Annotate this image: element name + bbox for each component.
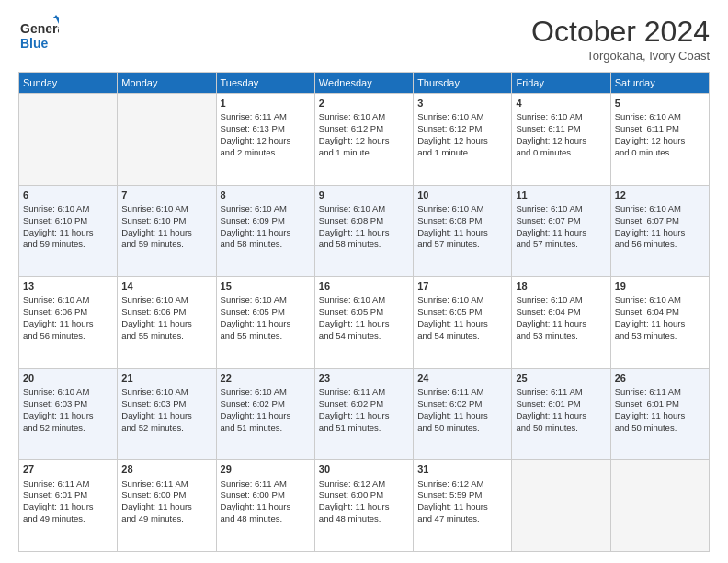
day-number: 25 [516,372,606,385]
day-info: Sunrise: 6:10 AMSunset: 6:03 PMDaylight:… [121,386,211,433]
day-number: 23 [319,372,409,385]
calendar-table: Sunday Monday Tuesday Wednesday Thursday… [18,72,710,552]
calendar-cell: 23Sunrise: 6:11 AMSunset: 6:02 PMDayligh… [314,368,413,460]
day-number: 30 [319,463,409,476]
page: General Blue October 2024 Torgokaha, Ivo… [0,0,728,563]
day-info: Sunrise: 6:10 AMSunset: 6:10 PMDaylight:… [23,203,113,250]
day-number: 26 [615,372,705,385]
calendar-cell: 1Sunrise: 6:11 AMSunset: 6:13 PMDaylight… [216,94,314,186]
calendar-cell: 17Sunrise: 6:10 AMSunset: 6:05 PMDayligh… [414,277,512,369]
day-number: 14 [121,280,211,293]
day-number: 2 [319,97,409,109]
calendar-cell: 21Sunrise: 6:10 AMSunset: 6:03 PMDayligh… [118,368,216,460]
calendar-cell: 18Sunrise: 6:10 AMSunset: 6:04 PMDayligh… [512,277,610,369]
calendar-cell: 22Sunrise: 6:10 AMSunset: 6:02 PMDayligh… [216,368,314,460]
day-number: 5 [615,97,705,109]
day-number: 10 [417,189,507,201]
day-info: Sunrise: 6:11 AMSunset: 6:01 PMDaylight:… [516,386,606,433]
day-number: 6 [23,189,113,201]
day-number: 15 [221,280,311,293]
header-friday: Friday [512,73,610,94]
day-info: Sunrise: 6:10 AMSunset: 6:10 PMDaylight:… [121,203,211,250]
calendar-cell: 30Sunrise: 6:12 AMSunset: 6:00 PMDayligh… [314,460,413,552]
day-number: 22 [221,372,311,385]
svg-text:Blue: Blue [20,36,49,51]
calendar-week-4: 27Sunrise: 6:11 AMSunset: 6:01 PMDayligh… [19,460,710,552]
month-title: October 2024 [531,15,710,49]
calendar-cell: 9Sunrise: 6:10 AMSunset: 6:08 PMDaylight… [314,185,413,277]
day-info: Sunrise: 6:10 AMSunset: 6:11 PMDaylight:… [516,111,606,158]
calendar-cell: 15Sunrise: 6:10 AMSunset: 6:05 PMDayligh… [216,277,314,369]
calendar-week-1: 6Sunrise: 6:10 AMSunset: 6:10 PMDaylight… [19,185,710,277]
day-info: Sunrise: 6:10 AMSunset: 6:09 PMDaylight:… [221,203,311,250]
calendar-cell: 13Sunrise: 6:10 AMSunset: 6:06 PMDayligh… [19,277,118,369]
calendar-cell: 2Sunrise: 6:10 AMSunset: 6:12 PMDaylight… [314,94,413,186]
calendar-cell: 8Sunrise: 6:10 AMSunset: 6:09 PMDaylight… [216,185,314,277]
day-number: 28 [121,463,211,476]
calendar-cell: 12Sunrise: 6:10 AMSunset: 6:07 PMDayligh… [610,185,709,277]
day-number: 18 [516,280,606,293]
calendar-cell: 6Sunrise: 6:10 AMSunset: 6:10 PMDaylight… [19,185,118,277]
day-info: Sunrise: 6:10 AMSunset: 6:04 PMDaylight:… [615,294,705,341]
day-info: Sunrise: 6:10 AMSunset: 6:07 PMDaylight:… [615,203,705,250]
calendar-cell [118,94,216,186]
day-info: Sunrise: 6:11 AMSunset: 6:02 PMDaylight:… [417,386,507,433]
calendar-week-3: 20Sunrise: 6:10 AMSunset: 6:03 PMDayligh… [19,368,710,460]
day-number: 17 [417,280,507,293]
day-info: Sunrise: 6:10 AMSunset: 6:05 PMDaylight:… [319,294,409,341]
day-number: 24 [417,372,507,385]
header-thursday: Thursday [414,73,512,94]
day-number: 8 [221,189,311,201]
day-number: 21 [121,372,211,385]
day-info: Sunrise: 6:10 AMSunset: 6:05 PMDaylight:… [221,294,311,341]
day-info: Sunrise: 6:10 AMSunset: 6:06 PMDaylight:… [23,294,113,341]
day-info: Sunrise: 6:10 AMSunset: 6:03 PMDaylight:… [23,386,113,433]
day-number: 1 [221,97,311,109]
day-info: Sunrise: 6:10 AMSunset: 6:08 PMDaylight:… [417,203,507,250]
day-info: Sunrise: 6:10 AMSunset: 6:02 PMDaylight:… [221,386,311,433]
calendar-body: 1Sunrise: 6:11 AMSunset: 6:13 PMDaylight… [19,94,710,552]
day-number: 27 [23,463,113,476]
header-tuesday: Tuesday [216,73,314,94]
day-number: 29 [221,463,311,476]
day-number: 7 [121,189,211,201]
header-saturday: Saturday [610,73,709,94]
header-monday: Monday [118,73,216,94]
title-block: October 2024 Torgokaha, Ivory Coast [531,15,710,63]
day-info: Sunrise: 6:11 AMSunset: 6:02 PMDaylight:… [319,386,409,433]
day-info: Sunrise: 6:12 AMSunset: 5:59 PMDaylight:… [417,478,507,525]
calendar-cell: 24Sunrise: 6:11 AMSunset: 6:02 PMDayligh… [414,368,512,460]
calendar-cell: 20Sunrise: 6:10 AMSunset: 6:03 PMDayligh… [19,368,118,460]
day-info: Sunrise: 6:11 AMSunset: 6:01 PMDaylight:… [615,386,705,433]
day-info: Sunrise: 6:11 AMSunset: 6:13 PMDaylight:… [221,111,311,158]
calendar-cell: 10Sunrise: 6:10 AMSunset: 6:08 PMDayligh… [414,185,512,277]
calendar-week-0: 1Sunrise: 6:11 AMSunset: 6:13 PMDaylight… [19,94,710,186]
day-info: Sunrise: 6:11 AMSunset: 6:00 PMDaylight:… [221,478,311,525]
day-number: 9 [319,189,409,201]
day-info: Sunrise: 6:10 AMSunset: 6:05 PMDaylight:… [417,294,507,341]
day-info: Sunrise: 6:11 AMSunset: 6:00 PMDaylight:… [121,478,211,525]
logo-svg: General Blue [18,15,59,55]
header: General Blue October 2024 Torgokaha, Ivo… [18,15,710,63]
location: Torgokaha, Ivory Coast [531,49,710,63]
calendar-cell: 4Sunrise: 6:10 AMSunset: 6:11 PMDaylight… [512,94,610,186]
day-number: 19 [615,280,705,293]
calendar-cell: 29Sunrise: 6:11 AMSunset: 6:00 PMDayligh… [216,460,314,552]
day-info: Sunrise: 6:12 AMSunset: 6:00 PMDaylight:… [319,478,409,525]
calendar-cell: 28Sunrise: 6:11 AMSunset: 6:00 PMDayligh… [118,460,216,552]
logo: General Blue [18,15,59,55]
day-number: 4 [516,97,606,109]
day-info: Sunrise: 6:10 AMSunset: 6:12 PMDaylight:… [319,111,409,158]
calendar-week-2: 13Sunrise: 6:10 AMSunset: 6:06 PMDayligh… [19,277,710,369]
svg-text:General: General [20,21,59,36]
calendar-cell: 27Sunrise: 6:11 AMSunset: 6:01 PMDayligh… [19,460,118,552]
day-info: Sunrise: 6:10 AMSunset: 6:12 PMDaylight:… [417,111,507,158]
day-number: 13 [23,280,113,293]
day-number: 31 [417,463,507,476]
day-info: Sunrise: 6:10 AMSunset: 6:07 PMDaylight:… [516,203,606,250]
day-info: Sunrise: 6:10 AMSunset: 6:11 PMDaylight:… [615,111,705,158]
calendar-cell: 14Sunrise: 6:10 AMSunset: 6:06 PMDayligh… [118,277,216,369]
calendar-cell: 25Sunrise: 6:11 AMSunset: 6:01 PMDayligh… [512,368,610,460]
day-number: 3 [417,97,507,109]
calendar-cell: 16Sunrise: 6:10 AMSunset: 6:05 PMDayligh… [314,277,413,369]
